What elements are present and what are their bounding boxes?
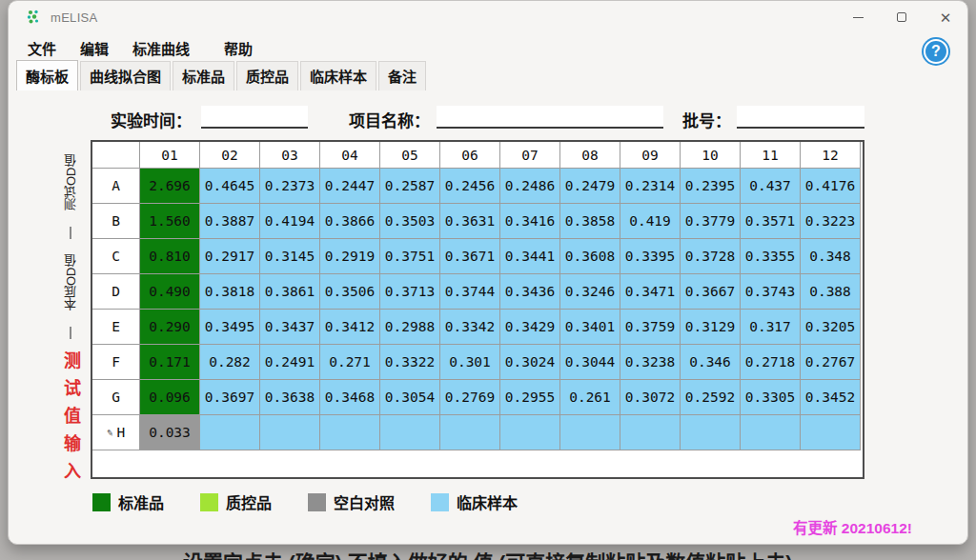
plate-cell-F11[interactable]: 0.2718 (741, 345, 801, 380)
side-tab-background-od[interactable]: 本底OD值 (62, 242, 80, 324)
plate-cell-A02[interactable]: 0.4645 (200, 169, 260, 204)
plate-cell-H05[interactable] (380, 415, 440, 450)
plate-cell-B12[interactable]: 0.3223 (801, 204, 861, 239)
plate-cell-C10[interactable]: 0.3728 (681, 239, 741, 274)
plate-cell-G03[interactable]: 0.3638 (260, 380, 320, 415)
plate-cell-G12[interactable]: 0.3452 (801, 380, 861, 415)
side-tab-test-od[interactable]: 测试OD值 (62, 142, 80, 224)
plate-cell-B10[interactable]: 0.3779 (681, 204, 741, 239)
plate-cell-D05[interactable]: 0.3713 (380, 274, 440, 310)
plate-cell-H09[interactable] (620, 415, 681, 450)
plate-cell-G04[interactable]: 0.3468 (320, 380, 380, 415)
plate-cell-A04[interactable]: 0.2447 (320, 169, 380, 204)
plate-cell-D03[interactable]: 0.3861 (260, 274, 320, 310)
tab-qc[interactable]: 质控品 (236, 61, 298, 90)
plate-cell-E10[interactable]: 0.3129 (681, 310, 741, 345)
plate-cell-G05[interactable]: 0.3054 (380, 380, 440, 415)
plate-cell-F12[interactable]: 0.2767 (801, 345, 861, 380)
plate-cell-F01[interactable]: 0.171 (140, 345, 200, 380)
plate-cell-A12[interactable]: 0.4176 (801, 169, 861, 204)
batch-number-input[interactable] (737, 106, 864, 129)
tab-standards[interactable]: 标准品 (173, 61, 234, 90)
plate-cell-B11[interactable]: 0.3571 (741, 204, 801, 239)
help-icon[interactable]: ? (924, 39, 948, 64)
plate-cell-F02[interactable]: 0.282 (200, 345, 260, 380)
tab-notes[interactable]: 备注 (378, 61, 426, 90)
experiment-time-input[interactable] (201, 106, 308, 129)
plate-cell-C01[interactable]: 0.810 (140, 239, 200, 274)
plate-cell-C03[interactable]: 0.3145 (260, 239, 320, 274)
plate-cell-C06[interactable]: 0.3671 (440, 239, 500, 274)
plate-cell-A10[interactable]: 0.2395 (681, 169, 741, 204)
plate-cell-D11[interactable]: 0.3743 (741, 274, 801, 310)
plate-cell-B05[interactable]: 0.3503 (380, 204, 440, 239)
plate-cell-E04[interactable]: 0.3412 (320, 310, 380, 345)
plate-cell-H11[interactable] (741, 415, 801, 450)
plate-cell-A07[interactable]: 0.2486 (500, 169, 560, 204)
plate-cell-G09[interactable]: 0.3072 (620, 380, 681, 415)
plate-cell-B07[interactable]: 0.3416 (500, 204, 560, 239)
plate-cell-A08[interactable]: 0.2479 (560, 169, 620, 204)
plate-cell-E12[interactable]: 0.3205 (801, 310, 861, 345)
plate-cell-D09[interactable]: 0.3471 (620, 274, 681, 310)
plate-cell-C12[interactable]: 0.348 (801, 239, 861, 274)
plate-cell-D08[interactable]: 0.3246 (560, 274, 620, 310)
plate-cell-H02[interactable] (200, 415, 260, 450)
plate-cell-H12[interactable] (801, 415, 861, 450)
plate-cell-F03[interactable]: 0.2491 (260, 345, 320, 380)
plate-cell-C05[interactable]: 0.3751 (380, 239, 440, 274)
plate-cell-D04[interactable]: 0.3506 (320, 274, 380, 310)
plate-cell-A05[interactable]: 0.2587 (380, 169, 440, 204)
plate-cell-D10[interactable]: 0.3667 (681, 274, 741, 310)
plate-cell-B02[interactable]: 0.3887 (200, 204, 260, 239)
plate-cell-F09[interactable]: 0.3238 (620, 345, 681, 380)
menu-file[interactable]: 文件 (24, 36, 60, 60)
plate-cell-G02[interactable]: 0.3697 (200, 380, 260, 415)
menu-standard-curve[interactable]: 标准曲线 (129, 36, 193, 60)
maximize-button[interactable] (880, 1, 924, 33)
plate-cell-F06[interactable]: 0.301 (440, 345, 500, 380)
menu-edit[interactable]: 编辑 (76, 36, 112, 60)
plate-cell-A09[interactable]: 0.2314 (620, 169, 681, 204)
plate-cell-G01[interactable]: 0.096 (140, 380, 200, 415)
plate-cell-E06[interactable]: 0.3342 (440, 310, 500, 345)
plate-cell-D02[interactable]: 0.3818 (200, 274, 260, 310)
plate-cell-G11[interactable]: 0.3305 (741, 380, 801, 415)
plate-cell-E05[interactable]: 0.2988 (380, 310, 440, 345)
plate-cell-F04[interactable]: 0.271 (320, 345, 380, 380)
plate-cell-G06[interactable]: 0.2769 (440, 380, 500, 415)
plate-cell-H10[interactable] (681, 415, 741, 450)
plate-cell-C11[interactable]: 0.3355 (741, 239, 801, 274)
plate-cell-H04[interactable] (320, 415, 380, 450)
plate-cell-E08[interactable]: 0.3401 (560, 310, 620, 345)
plate-cell-D12[interactable]: 0.388 (801, 274, 861, 310)
plate-cell-B04[interactable]: 0.3866 (320, 204, 380, 239)
plate-cell-B01[interactable]: 1.560 (140, 204, 200, 239)
plate-cell-E02[interactable]: 0.3495 (200, 310, 260, 345)
plate-cell-F05[interactable]: 0.3322 (380, 345, 440, 380)
plate-cell-H07[interactable] (500, 415, 560, 450)
plate-cell-A11[interactable]: 0.437 (741, 169, 801, 204)
plate-cell-A01[interactable]: 2.696 (140, 169, 200, 204)
plate-cell-B06[interactable]: 0.3631 (440, 204, 500, 239)
plate-cell-H08[interactable] (560, 415, 620, 450)
plate-cell-H06[interactable] (440, 415, 500, 450)
project-name-input[interactable] (437, 106, 663, 129)
plate-cell-C07[interactable]: 0.3441 (500, 239, 560, 274)
plate-cell-G10[interactable]: 0.2592 (681, 380, 741, 415)
plate-cell-G07[interactable]: 0.2955 (500, 380, 560, 415)
plate-cell-H03[interactable] (260, 415, 320, 450)
tab-plate[interactable]: 酶标板 (16, 60, 78, 90)
plate-cell-C09[interactable]: 0.3395 (620, 239, 681, 274)
menu-help[interactable]: 帮助 (220, 36, 256, 60)
plate-cell-A06[interactable]: 0.2456 (440, 169, 500, 204)
tab-curve-fit[interactable]: 曲线拟合图 (80, 61, 171, 90)
plate-cell-C02[interactable]: 0.2917 (200, 239, 260, 274)
plate-cell-D01[interactable]: 0.490 (140, 274, 200, 310)
plate-cell-B09[interactable]: 0.419 (620, 204, 681, 239)
plate-cell-H01[interactable]: 0.033 (140, 415, 200, 450)
plate-cell-A03[interactable]: 0.2373 (260, 169, 320, 204)
plate-cell-C08[interactable]: 0.3608 (560, 239, 620, 274)
plate-cell-F08[interactable]: 0.3044 (560, 345, 620, 380)
plate-cell-G08[interactable]: 0.261 (560, 380, 620, 415)
